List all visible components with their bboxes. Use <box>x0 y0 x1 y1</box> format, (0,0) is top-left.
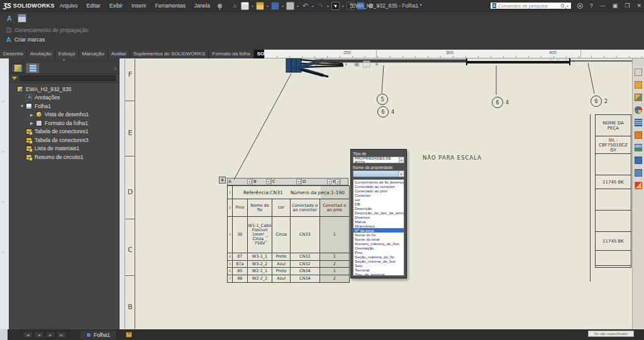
graphics-area: + + + + ● › EWA_H2_932_835 <box>0 58 644 329</box>
first-sheet-icon[interactable]: |◀ <box>23 331 33 338</box>
new-file-icon[interactable] <box>241 2 249 10</box>
forum-icon[interactable] <box>635 169 642 177</box>
menu-item[interactable]: Arquivo <box>60 3 78 9</box>
status-bar: |◀ ◀ ▶ ▶| Folha1 Se não especificado <box>0 329 644 340</box>
undo-icon[interactable]: ↶ <box>301 2 309 10</box>
caret-icon: ▾ <box>252 4 253 8</box>
doc-minimize-icon[interactable]: ⊡ <box>549 59 553 64</box>
propagation-management-toggle[interactable]: Gerenciamento de propagação <box>6 27 88 33</box>
zoom-fit-icon[interactable]: ⊕ <box>313 60 320 68</box>
ribbon-tab[interactable]: Esboço <box>55 50 79 58</box>
pan-icon[interactable]: ◐ <box>343 60 350 68</box>
caret-icon: ▾ <box>267 4 269 8</box>
propagation-management-label: Gerenciamento de propagação <box>14 27 88 33</box>
section-view-icon[interactable]: ◫ <box>363 60 370 68</box>
file-explorer-icon[interactable] <box>635 81 642 89</box>
home-icon[interactable]: ⌂ <box>231 2 239 10</box>
horizontal-ruler: 200 300 400 <box>264 50 644 58</box>
window-tool-icon[interactable] <box>18 14 26 23</box>
search-icon[interactable] <box>561 4 564 8</box>
cable-drawing <box>0 58 644 329</box>
create-marks-button[interactable]: A Criar marcas <box>6 36 45 43</box>
command-manager-tabs: DesenhoAnotaçãoEsboçoMarcaçãoAvaliarSupl… <box>0 50 264 58</box>
document-title: EWA_H2_932_835 - Folha1 * <box>336 0 437 11</box>
title-bar: ƷS SOLIDWORKS ArquivoEditarExibirInserir… <box>0 0 644 11</box>
search-brand-icon: S <box>492 3 496 8</box>
ribbon-tab[interactable]: Desenho <box>0 50 27 58</box>
search-input[interactable] <box>498 3 559 9</box>
cascade-windows-icon[interactable]: ❐ <box>625 3 630 9</box>
rotate-view-icon[interactable]: ↺ <box>333 60 340 68</box>
menu-item[interactable]: Exibir <box>109 3 123 9</box>
create-marks-icon: A <box>6 36 11 43</box>
sheet-tab[interactable]: Folha1 <box>80 331 116 339</box>
statusbar-corner <box>0 329 8 340</box>
sheet-tab-label: Folha1 <box>94 332 110 338</box>
search-box[interactable]: S ▾ <box>490 2 572 9</box>
marks-a-icon[interactable]: A <box>5 14 14 23</box>
save-icon[interactable] <box>271 2 279 10</box>
ribbon-tab[interactable]: Formato da folha <box>209 50 253 58</box>
status-message: Se não especificado <box>588 331 634 337</box>
minimize-icon[interactable]: — <box>600 3 606 9</box>
caret-icon[interactable]: ▾ <box>567 4 569 8</box>
ribbon-tab[interactable]: Suplementos do SOLIDWORKS <box>130 50 209 58</box>
open-file-icon[interactable] <box>256 2 264 10</box>
menu-item[interactable]: Janela <box>194 3 210 9</box>
maximize-icon[interactable]: ▣ <box>613 3 618 9</box>
close-icon[interactable]: ✕ <box>636 3 641 9</box>
task-pane <box>632 58 644 329</box>
resources-home-icon[interactable] <box>635 156 642 164</box>
sheet-tab-icon <box>86 332 91 337</box>
ribbon-tab[interactable]: Avaliar <box>108 50 130 58</box>
next-sheet-icon[interactable]: ▶ <box>45 331 55 338</box>
prev-sheet-icon[interactable]: ◀ <box>34 331 44 338</box>
ruler-divider <box>580 50 581 58</box>
doc-restore-icon[interactable]: ⊟ <box>557 59 560 64</box>
menu-item[interactable]: Editar <box>87 3 101 9</box>
design-library-icon[interactable] <box>635 94 642 101</box>
menu-item[interactable]: Inserir <box>131 3 147 9</box>
caret-icon: ▾ <box>282 4 284 8</box>
caret-icon: ▾ <box>297 4 299 8</box>
caret-icon: ▾ <box>312 4 314 8</box>
view-cube-icon[interactable] <box>635 69 642 76</box>
document-window-controls: ⊡ ⊟ ❐ ✕ <box>549 59 575 64</box>
print-icon[interactable] <box>286 2 294 10</box>
ribbon-icon-row: A <box>5 14 26 23</box>
ruler-label: 200 <box>340 50 355 55</box>
caret-icon: ▾ <box>327 4 329 8</box>
ruler-divider <box>376 50 377 58</box>
view-orientation-icon[interactable]: ▣ <box>353 60 360 68</box>
ruler-label: 400 <box>545 50 560 55</box>
menu-bar: ArquivoEditarExibirInserirFerramentasJan… <box>60 3 210 9</box>
electrical-power-icon[interactable] <box>635 182 642 189</box>
checkbox-icon[interactable] <box>6 28 11 33</box>
solidworks-logo: ƷS SOLIDWORKS <box>0 3 60 9</box>
zoom-area-icon[interactable]: ◎ <box>323 60 330 68</box>
help-icon[interactable]: ? <box>590 3 593 9</box>
ribbon-tab[interactable]: Marcação <box>79 50 108 58</box>
doc-cascade-icon[interactable]: ❐ <box>564 59 568 64</box>
ruler-label: 300 <box>442 50 457 55</box>
doc-close-icon[interactable]: ✕ <box>572 59 575 64</box>
appearance-icon[interactable]: ● <box>373 60 380 68</box>
tools-icon[interactable] <box>635 131 642 139</box>
redo-icon[interactable]: ↷ <box>316 2 325 10</box>
last-sheet-icon[interactable]: ▶| <box>57 331 67 338</box>
menu-item[interactable]: Ferramentas <box>155 3 186 9</box>
window-controls: ? — ▣ ❐ ✕ <box>577 0 641 11</box>
view-palette-icon[interactable] <box>635 144 642 151</box>
ribbon-tab[interactable]: Anotação <box>27 50 55 58</box>
create-marks-label: Criar marcas <box>14 36 45 43</box>
appearances-icon[interactable] <box>635 106 642 114</box>
login-user-icon[interactable] <box>577 3 583 9</box>
custom-properties-icon[interactable] <box>635 119 642 126</box>
sheet-navigation: |◀ ◀ ▶ ▶| <box>23 331 67 338</box>
pin-menubar-icon[interactable] <box>218 4 222 8</box>
add-sheet-icon[interactable] <box>126 332 132 337</box>
heads-up-view-toolbar: ⊕ ◎ ↺ ◐ ▣ ◫ ● <box>313 60 380 68</box>
command-manager-ribbon: A Gerenciamento de propagação A Criar ma… <box>0 11 644 50</box>
